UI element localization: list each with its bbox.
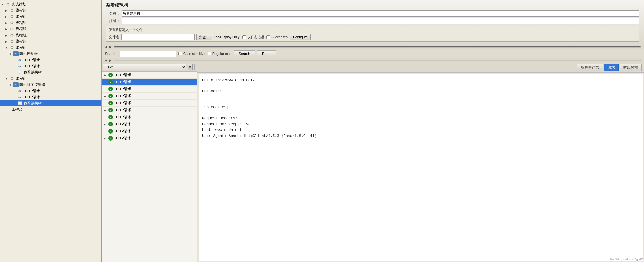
file-input[interactable] bbox=[121, 34, 195, 40]
sidebar-item-http1[interactable]: ✏HTTP请求 bbox=[0, 57, 101, 63]
configure-button[interactable]: Configure bbox=[290, 34, 311, 40]
tree-arrow-thread1: ▶ bbox=[5, 9, 9, 12]
resize-handle[interactable] bbox=[194, 64, 195, 70]
comment-label: 注释： bbox=[106, 18, 120, 23]
sidebar-item-workbench[interactable]: ◻工作台 bbox=[0, 106, 101, 113]
sidebar-item-random-ctrl[interactable]: ▼≡随机控制器 bbox=[0, 51, 101, 57]
sidebar-item-thread6[interactable]: ▶⚙线程组 bbox=[0, 38, 101, 45]
content-area: GET http://www.csdn.net/GET data:[no coo… bbox=[199, 74, 643, 261]
list-item[interactable]: ✓HTTP请求 bbox=[102, 79, 197, 86]
list-item[interactable]: ✓HTTP请求 bbox=[102, 114, 197, 121]
sidebar-item-http2[interactable]: ✏HTTP请求 bbox=[0, 63, 101, 69]
scroll-right-1[interactable]: ▶ bbox=[108, 45, 113, 48]
name-input[interactable] bbox=[122, 10, 639, 17]
status-check-icon: ✓ bbox=[108, 115, 113, 119]
name-label: 名称： bbox=[106, 11, 120, 16]
tree-arrow-thread4: ▶ bbox=[5, 28, 9, 31]
tree-arrow-random-ctrl2: ▼ bbox=[9, 83, 13, 86]
tree-label-thread1: 线程组 bbox=[16, 8, 27, 13]
sidebar-item-thread8[interactable]: ▼⚙线程组 bbox=[0, 76, 101, 82]
file-section: 所有数据写入一个文件 文件名 浏览... Log/Display Only: 仅… bbox=[106, 26, 639, 42]
content-line: Host: www.csdn.net bbox=[202, 127, 639, 133]
status-check-icon: ✓ bbox=[108, 122, 113, 126]
list-item[interactable]: ✓HTTP请求 bbox=[102, 100, 197, 107]
tree-arrow-thread8: ▼ bbox=[5, 77, 9, 80]
tree-label-http1: HTTP请求 bbox=[23, 57, 40, 63]
tree-label-thread3: 线程组 bbox=[16, 20, 27, 25]
list-item-label: HTTP请求 bbox=[114, 115, 131, 120]
regex-checkbox[interactable] bbox=[208, 52, 211, 55]
search-bar: Search: Case sensitive Regular exp. Sear… bbox=[102, 49, 644, 58]
sidebar-item-thread4[interactable]: ▶⚙线程组 bbox=[0, 26, 101, 32]
tree-label-plan: 测试计划 bbox=[12, 2, 26, 7]
file-row: 文件名 浏览... Log/Display Only: 仅日志错误 Succes… bbox=[109, 34, 637, 40]
content-line bbox=[202, 94, 639, 99]
comment-row: 注释： bbox=[106, 18, 639, 24]
sidebar-item-result-tree1[interactable]: 📊察看结果树 bbox=[0, 69, 101, 76]
successes-checkbox[interactable] bbox=[266, 35, 270, 39]
case-sensitive-checkbox[interactable] bbox=[178, 52, 182, 55]
status-check-icon: ✓ bbox=[108, 136, 113, 141]
view-dropdown[interactable]: Text bbox=[103, 64, 186, 70]
content-line: [no cookies] bbox=[202, 105, 639, 110]
tree-icon-thread3: ⚙ bbox=[9, 20, 15, 25]
sidebar-item-thread2[interactable]: ▶⚙线程组 bbox=[0, 14, 101, 20]
tab-response-data[interactable]: 响应数据 bbox=[620, 64, 642, 71]
list-item-label: HTTP请求 bbox=[114, 108, 131, 113]
tab-sampler-result[interactable]: 取样器结果 bbox=[577, 64, 603, 71]
tree-icon-thread2: ⚙ bbox=[9, 14, 15, 19]
scroll-left-1[interactable]: ◀ bbox=[104, 45, 108, 48]
log-display-row: Log/Display Only: 仅日志错误 Successes Config… bbox=[214, 34, 311, 40]
sidebar-item-thread5[interactable]: ▶⚙线程组 bbox=[0, 32, 101, 38]
case-sensitive-label[interactable]: Case sensitive bbox=[178, 52, 205, 56]
reset-button[interactable]: Reset bbox=[257, 50, 276, 57]
tree-icon-thread8: ⚙ bbox=[9, 76, 15, 81]
sidebar-item-result-tree2[interactable]: 📊察看结果树 bbox=[0, 100, 101, 106]
list-item[interactable]: ✓HTTP请求 bbox=[102, 86, 197, 93]
comment-input[interactable] bbox=[122, 18, 639, 24]
scroll-arrows-1: ◀ ▶ bbox=[102, 45, 644, 49]
sidebar-item-thread1[interactable]: ▶⚙线程组 bbox=[0, 7, 101, 14]
sidebar-item-thread7[interactable]: ▼⚙线程组 bbox=[0, 45, 101, 51]
tree-icon-thread1: ⚙ bbox=[9, 8, 15, 13]
tree-label-random-ctrl2: 随机顺序控制器 bbox=[19, 82, 45, 87]
log-display-label: Log/Display Only: bbox=[214, 35, 240, 39]
sidebar-item-thread3[interactable]: ▶⚙线程组 bbox=[0, 20, 101, 26]
list-item[interactable]: ▶✓HTTP请求 bbox=[102, 72, 197, 79]
content-line: GET data: bbox=[202, 88, 639, 94]
list-item[interactable]: ✓HTTP请求 bbox=[102, 128, 197, 135]
tab-request[interactable]: 请求 bbox=[604, 64, 619, 71]
log-errors-checkbox[interactable] bbox=[242, 35, 246, 39]
dropdown-arrow[interactable]: ▼ bbox=[188, 64, 193, 70]
list-item-label: HTTP请求 bbox=[114, 72, 131, 77]
tree-arrow-plan: ▼ bbox=[1, 3, 5, 6]
status-check-icon: ✓ bbox=[108, 73, 113, 77]
tab-bar: 取样器结果 请求 响应数据 bbox=[197, 63, 644, 73]
tree-label-thread6: 线程组 bbox=[16, 39, 27, 44]
list-item[interactable]: ▶✓HTTP请求 bbox=[102, 93, 197, 100]
list-item[interactable]: ▶✓HTTP请求 bbox=[102, 135, 197, 142]
tree-label-workbench: 工作台 bbox=[12, 107, 23, 112]
sidebar-item-plan[interactable]: ▼⚙测试计划 bbox=[0, 1, 101, 7]
sidebar-item-http3[interactable]: ✏HTTP请求 bbox=[0, 88, 101, 94]
sidebar-item-random-ctrl2[interactable]: ▼≡随机顺序控制器 bbox=[0, 82, 101, 88]
content-line: GET http://www.csdn.net/ bbox=[202, 77, 639, 83]
regex-label[interactable]: Regular exp. bbox=[208, 52, 231, 56]
list-item-label: HTTP请求 bbox=[114, 94, 131, 99]
tree-icon-workbench: ◻ bbox=[5, 107, 11, 112]
name-row: 名称： bbox=[106, 10, 639, 17]
tree-icon-result-tree2: 📊 bbox=[17, 101, 23, 106]
tree-label-thread8: 线程组 bbox=[16, 76, 27, 81]
list-item[interactable]: ▶✓HTTP请求 bbox=[102, 121, 197, 128]
search-input[interactable] bbox=[120, 51, 176, 57]
search-button[interactable]: Search bbox=[234, 50, 255, 57]
scroll-left-2[interactable]: ◀ bbox=[104, 59, 108, 62]
content-panel: 取样器结果 请求 响应数据 GET http://www.csdn.net/GE… bbox=[197, 63, 644, 262]
browse-button[interactable]: 浏览... bbox=[196, 34, 212, 40]
scroll-right-2[interactable]: ▶ bbox=[108, 59, 113, 62]
list-item[interactable]: ▶✓HTTP请求 bbox=[102, 107, 197, 114]
successes-label[interactable]: Successes bbox=[266, 35, 288, 39]
sidebar-item-http4[interactable]: ✏HTTP请求 bbox=[0, 94, 101, 100]
log-errors-label[interactable]: 仅日志错误 bbox=[242, 35, 264, 40]
list-item-label: HTTP请求 bbox=[114, 86, 131, 92]
